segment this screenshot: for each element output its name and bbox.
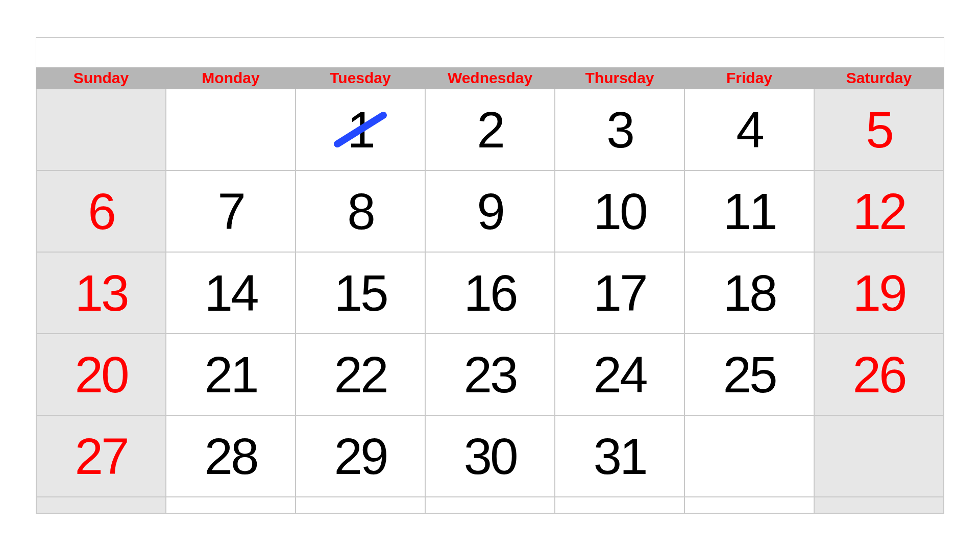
header-tuesday: Tuesday [296,67,425,89]
day-number: 6 [88,182,114,241]
day-cell-21[interactable]: 21 [166,334,296,415]
week-row: 12345 [36,89,944,170]
day-number: 15 [334,264,386,322]
day-cell-3[interactable]: 3 [555,89,684,170]
day-number: 4 [736,101,763,159]
day-cell-26[interactable]: 26 [814,334,944,415]
day-cell-8[interactable]: 8 [296,170,425,252]
day-cell-4[interactable]: 4 [684,89,814,170]
day-number: 9 [477,182,503,241]
day-cell-11[interactable]: 11 [684,170,814,252]
day-number: 27 [75,427,127,486]
day-cell-19[interactable]: 19 [814,252,944,334]
day-cell-2[interactable]: 2 [425,89,555,170]
day-cell-17[interactable]: 17 [555,252,684,334]
week-row: 20212223242526 [36,334,944,415]
day-number: 18 [723,264,775,322]
spacer-cell [425,497,555,513]
week-row: 6789101112 [36,170,944,252]
day-cell-12[interactable]: 12 [814,170,944,252]
day-number: 2 [477,101,503,159]
spacer-cell [684,497,814,513]
header-monday: Monday [166,67,296,89]
week-row: 2728293031 [36,415,944,497]
day-number: 5 [866,101,892,159]
spacer-cell [36,497,166,513]
day-cell-14[interactable]: 14 [166,252,296,334]
day-cell-30[interactable]: 30 [425,415,555,497]
day-number: 23 [463,345,516,404]
spacer-cell [296,497,425,513]
day-cell-6[interactable]: 6 [36,170,166,252]
day-number: 28 [204,427,257,486]
day-cell-31[interactable]: 31 [555,415,684,497]
day-number: 20 [75,345,127,404]
calendar-title-bar [36,38,944,67]
day-number: 31 [593,427,646,486]
header-saturday: Saturday [814,67,944,89]
weekday-header-row: Sunday Monday Tuesday Wednesday Thursday… [36,67,944,89]
header-thursday: Thursday [555,67,684,89]
day-cell-29[interactable]: 29 [296,415,425,497]
day-cell-22[interactable]: 22 [296,334,425,415]
day-number: 24 [593,345,646,404]
header-sunday: Sunday [36,67,166,89]
day-cell-28[interactable]: 28 [166,415,296,497]
day-cell-5[interactable]: 5 [814,89,944,170]
day-cell-7[interactable]: 7 [166,170,296,252]
spacer-cell [555,497,684,513]
day-cell-24[interactable]: 24 [555,334,684,415]
day-cell-18[interactable]: 18 [684,252,814,334]
spacer-cell [166,497,296,513]
day-number: 30 [463,427,516,486]
day-number: 16 [463,264,516,322]
day-number: 17 [593,264,646,322]
day-cell-empty [684,415,814,497]
day-cell-9[interactable]: 9 [425,170,555,252]
day-number: 10 [593,182,646,241]
day-number: 25 [723,345,775,404]
day-cell-10[interactable]: 10 [555,170,684,252]
week-row: 13141516171819 [36,252,944,334]
day-number: 26 [852,345,905,404]
calendar: Sunday Monday Tuesday Wednesday Thursday… [36,37,944,514]
day-cell-1[interactable]: 1 [296,89,425,170]
day-number: 11 [723,182,775,241]
day-number: 13 [75,264,127,322]
day-number: 14 [204,264,257,322]
day-number: 22 [334,345,386,404]
day-cell-empty [814,415,944,497]
day-number: 12 [852,182,905,241]
header-friday: Friday [684,67,814,89]
day-cell-empty [36,89,166,170]
header-wednesday: Wednesday [425,67,555,89]
day-cell-empty [166,89,296,170]
day-number: 3 [606,101,633,159]
day-cell-15[interactable]: 15 [296,252,425,334]
day-number: 19 [852,264,905,322]
day-cell-16[interactable]: 16 [425,252,555,334]
day-cell-25[interactable]: 25 [684,334,814,415]
day-number: 21 [204,345,257,404]
day-number: 8 [347,182,374,241]
bottom-spacer-row [36,497,944,513]
day-cell-20[interactable]: 20 [36,334,166,415]
day-cell-27[interactable]: 27 [36,415,166,497]
spacer-cell [814,497,944,513]
day-cell-13[interactable]: 13 [36,252,166,334]
day-number: 7 [217,182,244,241]
day-number: 29 [334,427,386,486]
day-cell-23[interactable]: 23 [425,334,555,415]
